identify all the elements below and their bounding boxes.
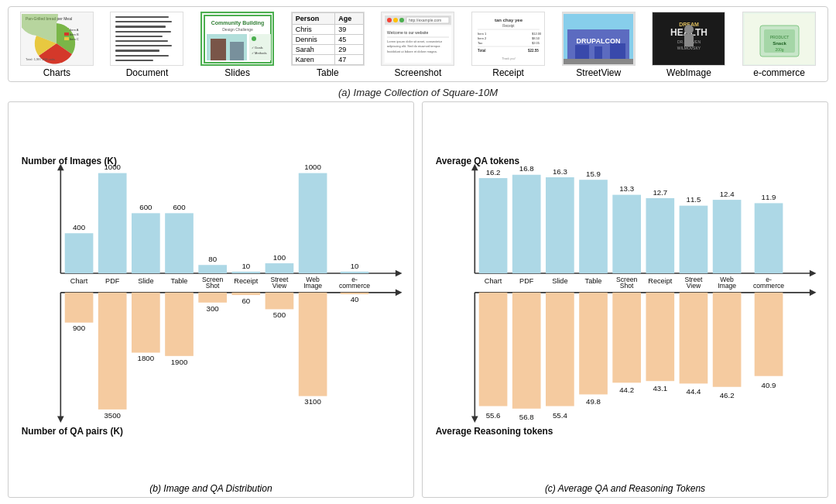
svg-rect-121 xyxy=(299,293,327,396)
image-item-receipt: tan chay yee Receipt Item 1$12.00 Item 2… xyxy=(471,12,545,78)
thumb-doc xyxy=(110,12,183,66)
svg-text:$12.00: $12.00 xyxy=(532,32,542,36)
image-item-ecommerce: PRODUCT Snack 200g e-commerce xyxy=(742,12,816,78)
svg-text:500: 500 xyxy=(273,310,286,319)
svg-text:15.9: 15.9 xyxy=(586,170,601,178)
svg-text:Receipt: Receipt xyxy=(502,24,515,28)
image-item-document: Document xyxy=(110,12,183,78)
image-item-table: Person Age Chris39 Dennis45 Sarah29 Kare… xyxy=(291,12,365,78)
svg-rect-13 xyxy=(211,39,226,60)
svg-rect-109 xyxy=(98,293,127,410)
collection-title: (a) Image Collection of Square-10M xyxy=(8,87,828,98)
svg-text:16.3: 16.3 xyxy=(553,167,567,176)
image-item-streetview: DRUPALCON StreetView xyxy=(562,12,636,78)
svg-point-58 xyxy=(684,25,694,34)
svg-rect-87 xyxy=(341,272,369,273)
thumb-streetview: DRUPALCON xyxy=(562,12,636,66)
svg-rect-73 xyxy=(98,173,127,273)
svg-text:Shot: Shot xyxy=(620,282,634,290)
svg-text:Item 2: Item 2 xyxy=(478,36,487,40)
svg-text:PDF: PDF xyxy=(105,277,120,285)
svg-rect-178 xyxy=(680,293,708,384)
svg-rect-142 xyxy=(680,206,708,273)
svg-text:Thank you!: Thank you! xyxy=(502,57,515,60)
svg-text:3500: 3500 xyxy=(104,411,121,420)
svg-text:600: 600 xyxy=(139,203,152,211)
svg-text:900: 900 xyxy=(73,324,86,332)
svg-rect-107 xyxy=(65,293,94,323)
svg-marker-165 xyxy=(810,290,817,297)
svg-rect-146 xyxy=(755,203,783,273)
svg-text:55.4: 55.4 xyxy=(553,411,567,420)
image-item-slides: Community Building Design Challenge ✓ Go… xyxy=(200,12,274,78)
svg-rect-5 xyxy=(64,37,69,40)
svg-text:$22.55: $22.55 xyxy=(528,49,539,53)
svg-text:Average QA tokens: Average QA tokens xyxy=(436,156,520,166)
svg-text:16.2: 16.2 xyxy=(486,168,501,177)
svg-rect-170 xyxy=(546,293,574,406)
svg-rect-140 xyxy=(646,198,674,273)
svg-rect-115 xyxy=(198,293,227,303)
svg-text:Shot: Shot xyxy=(206,282,220,290)
svg-marker-129 xyxy=(810,270,817,277)
svg-rect-172 xyxy=(579,293,608,395)
svg-text:11.5: 11.5 xyxy=(687,195,701,204)
svg-rect-174 xyxy=(612,293,641,383)
svg-text:Community Building: Community Building xyxy=(211,20,263,26)
svg-text:44.4: 44.4 xyxy=(687,387,701,396)
label-webimage: WebImage xyxy=(666,67,711,78)
svg-text:1000: 1000 xyxy=(104,163,121,171)
svg-text:1000: 1000 xyxy=(304,163,321,171)
svg-rect-176 xyxy=(646,293,674,381)
svg-text:80: 80 xyxy=(208,255,217,263)
svg-text:PDF: PDF xyxy=(519,277,534,285)
svg-text:Tax: Tax xyxy=(478,41,482,45)
svg-text:Slide: Slide xyxy=(138,277,153,285)
svg-text:Item 1: Item 1 xyxy=(478,32,487,36)
svg-point-22 xyxy=(393,18,398,22)
svg-text:Table: Table xyxy=(171,277,188,285)
svg-rect-14 xyxy=(230,42,244,60)
svg-marker-105 xyxy=(57,416,64,423)
svg-text:Image: Image xyxy=(718,282,736,290)
svg-text:13.3: 13.3 xyxy=(619,184,634,193)
svg-rect-111 xyxy=(132,293,160,353)
svg-text:adipiscing elit. Sed do eiusmo: adipiscing elit. Sed do eiusmod tempor. xyxy=(387,44,441,48)
svg-text:1800: 1800 xyxy=(138,354,155,362)
svg-text:46.2: 46.2 xyxy=(720,391,735,399)
svg-text:400: 400 xyxy=(73,223,86,231)
thumb-slides: Community Building Design Challenge ✓ Go… xyxy=(200,12,274,66)
svg-rect-166 xyxy=(479,293,508,406)
svg-rect-134 xyxy=(546,177,574,273)
thumb-table: Person Age Chris39 Dennis45 Sarah29 Kare… xyxy=(291,12,365,66)
svg-text:Welcome to our website: Welcome to our website xyxy=(387,30,428,35)
image-item-screenshot: http://example.com Welcome to our websit… xyxy=(381,12,454,78)
svg-rect-123 xyxy=(341,293,369,294)
svg-rect-83 xyxy=(266,263,294,273)
svg-text:55.6: 55.6 xyxy=(486,411,501,420)
svg-text:40.9: 40.9 xyxy=(762,381,776,389)
svg-text:Lorem ipsum dolor sit amet, co: Lorem ipsum dolor sit amet, consectetur xyxy=(387,39,443,43)
svg-point-16 xyxy=(252,36,256,41)
svg-text:200g: 200g xyxy=(775,47,783,52)
svg-text:Item A: Item A xyxy=(70,28,79,32)
chart-c-panel: Average QA tokens 16.2 16.8 16.3 xyxy=(422,101,828,498)
svg-text:100: 100 xyxy=(273,253,286,262)
svg-text:Chart: Chart xyxy=(485,277,502,285)
svg-text:Total: Total xyxy=(478,49,485,53)
svg-rect-79 xyxy=(198,265,227,273)
svg-rect-59 xyxy=(684,34,694,46)
svg-text:44.2: 44.2 xyxy=(619,386,634,394)
svg-text:Item C: Item C xyxy=(70,37,79,41)
chart-c-svg: Average QA tokens 16.2 16.8 16.3 xyxy=(429,107,821,482)
svg-text:Image: Image xyxy=(303,282,322,290)
chart-b-title: (b) Image and QA Distribution xyxy=(15,483,407,494)
svg-marker-70 xyxy=(396,270,403,277)
svg-text:✓ Goals: ✓ Goals xyxy=(252,46,263,50)
svg-text:Receipt: Receipt xyxy=(648,277,673,285)
svg-text:View: View xyxy=(272,282,287,290)
charts-row: Number of Images (K) 400 1000 xyxy=(8,101,828,498)
svg-marker-106 xyxy=(396,290,403,297)
svg-text:12.7: 12.7 xyxy=(653,188,667,197)
label-table: Table xyxy=(317,67,339,78)
